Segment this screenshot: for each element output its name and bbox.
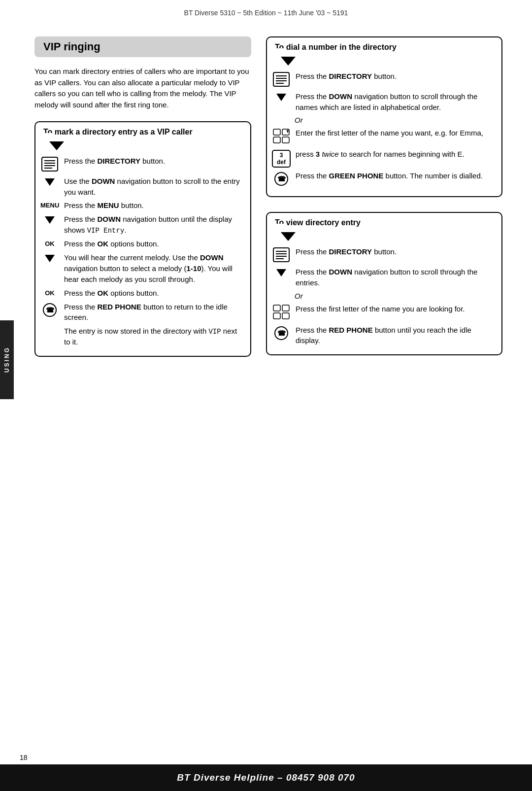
dial-step-2-text: Press the DOWN navigation button to scro…	[296, 91, 494, 113]
menu-icon: MENU	[40, 200, 59, 209]
down-arrow-icon-5	[272, 267, 291, 276]
vip-box: To mark a directory entry as a VIP calle…	[34, 121, 251, 357]
vip-step-2-text: Use the DOWN navigation button to scroll…	[64, 176, 242, 198]
view-box-arrow	[267, 232, 501, 240]
svg-rect-27	[282, 313, 289, 319]
vip-step-3-text: Press the MENU button.	[64, 200, 242, 211]
vip-step-7: OK Press the OK options button.	[35, 286, 250, 300]
view-step-4: ☎ Press the RED PHONE button until you r…	[267, 323, 501, 348]
vip-step-6: You will hear the current melody. Use th…	[35, 251, 250, 286]
vip-step-2: Use the DOWN navigation button to scroll…	[35, 174, 250, 199]
down-arrow-icon-4	[272, 91, 291, 101]
down-arrow-icon-1	[40, 176, 59, 186]
vip-step-9: The entry is now stored in the directory…	[35, 324, 250, 349]
directory-icon-1	[40, 156, 59, 173]
down-arrow-icon-3	[40, 252, 59, 262]
svg-rect-19	[273, 248, 289, 262]
page-number: 18	[20, 754, 28, 761]
vip-box-title: To mark a directory entry as a VIP calle…	[35, 122, 250, 141]
svg-rect-12	[273, 129, 280, 135]
view-step-1: Press the DIRECTORY button.	[267, 245, 501, 265]
right-column: To dial a number in the directory	[266, 36, 502, 366]
dial-step-3: Enter the first letter of the name you w…	[267, 126, 501, 147]
dial-box: To dial a number in the directory	[266, 36, 502, 197]
3def-icon: 3 def	[272, 149, 291, 168]
header-text: BT Diverse 5310 ~ 5th Edition ~ 11th Jun…	[184, 9, 348, 17]
dial-step-3-text: Enter the first letter of the name you w…	[296, 128, 494, 138]
svg-rect-25	[282, 305, 289, 311]
svg-text:☎: ☎	[277, 329, 286, 337]
vip-step-8-text: Press the RED PHONE button to return to …	[64, 302, 242, 323]
view-step-3-text: Press the first letter of the name you a…	[296, 304, 494, 314]
dial-step-2: Press the DOWN navigation button to scro…	[267, 90, 501, 114]
directory-icon-3	[272, 246, 291, 264]
dial-step-3b-text: press 3 twice to search for names beginn…	[296, 149, 494, 160]
svg-rect-24	[273, 305, 280, 311]
dial-box-title: To dial a number in the directory	[267, 37, 501, 57]
footer-text: BT Diverse Helpline – 08457 908 070	[177, 772, 355, 783]
intro-text: You can mark directory entries of caller…	[34, 66, 251, 110]
vip-step-9-text: The entry is now stored in the directory…	[64, 326, 242, 347]
dial-step-4: ☎ Press the GREEN PHONE button. The numb…	[267, 169, 501, 189]
view-step-3: Press the first letter of the name you a…	[267, 302, 501, 323]
vip-step-5-text: Press the OK options button.	[64, 239, 242, 249]
dial-box-arrow	[267, 57, 501, 65]
dial-or-1: Or	[267, 114, 501, 126]
view-or-1: Or	[267, 290, 501, 302]
vip-step-1: Press the DIRECTORY button.	[35, 154, 250, 174]
keypad-icon-1	[272, 128, 291, 146]
view-step-1-text: Press the DIRECTORY button.	[296, 246, 494, 257]
ok-icon-2: OK	[40, 288, 59, 297]
page-footer: BT Diverse Helpline – 08457 908 070	[0, 764, 532, 791]
vip-step-8: ☎ Press the RED PHONE button to return t…	[35, 300, 250, 325]
svg-rect-15	[282, 137, 289, 143]
main-content: VIP ringing You can mark directory entri…	[0, 22, 532, 376]
vip-step-6-text: You will hear the current melody. Use th…	[64, 252, 242, 284]
vip-step-7-text: Press the OK options button.	[64, 288, 242, 299]
vip-step-5: OK Press the OK options button.	[35, 237, 250, 251]
view-step-2-text: Press the DOWN navigation button to scro…	[296, 267, 494, 288]
keypad-icon-2	[272, 304, 291, 322]
vip-box-arrow	[35, 141, 250, 149]
green-phone-icon: ☎	[272, 171, 291, 188]
dial-step-1: Press the DIRECTORY button.	[267, 69, 501, 90]
vip-step-3: MENU Press the MENU button.	[35, 199, 250, 212]
vip-step-4-text: Press the DOWN navigation button until t…	[64, 214, 242, 236]
view-step-4-text: Press the RED PHONE button until you rea…	[296, 325, 494, 346]
spacer-1	[40, 326, 59, 327]
svg-text:☎: ☎	[277, 175, 286, 183]
view-step-2: Press the DOWN navigation button to scro…	[267, 265, 501, 290]
left-column: VIP ringing You can mark directory entri…	[34, 36, 251, 366]
dial-step-3b: 3 def press 3 twice to search for names …	[267, 147, 501, 169]
vip-step-1-text: Press the DIRECTORY button.	[64, 156, 242, 167]
red-phone-icon-2: ☎	[272, 325, 291, 342]
vip-step-4: Press the DOWN navigation button until t…	[35, 212, 250, 237]
dial-step-4-text: Press the GREEN PHONE button. The number…	[296, 171, 494, 181]
ok-icon-1: OK	[40, 239, 59, 247]
svg-rect-14	[273, 137, 280, 143]
view-box-title: To view directory entry	[267, 213, 501, 232]
directory-icon-2	[272, 71, 291, 88]
section-title: VIP ringing	[34, 36, 251, 57]
page-header: BT Diverse 5310 ~ 5th Edition ~ 11th Jun…	[0, 0, 532, 22]
down-arrow-icon-2	[40, 214, 59, 224]
red-phone-icon-1: ☎	[40, 302, 59, 319]
svg-rect-7	[273, 72, 289, 86]
svg-rect-26	[273, 313, 280, 319]
svg-rect-0	[42, 157, 58, 171]
view-box: To view directory entry	[266, 212, 502, 355]
svg-text:☎: ☎	[46, 306, 55, 314]
dial-step-1-text: Press the DIRECTORY button.	[296, 71, 494, 82]
sidebar-using-label: USING	[3, 346, 10, 373]
